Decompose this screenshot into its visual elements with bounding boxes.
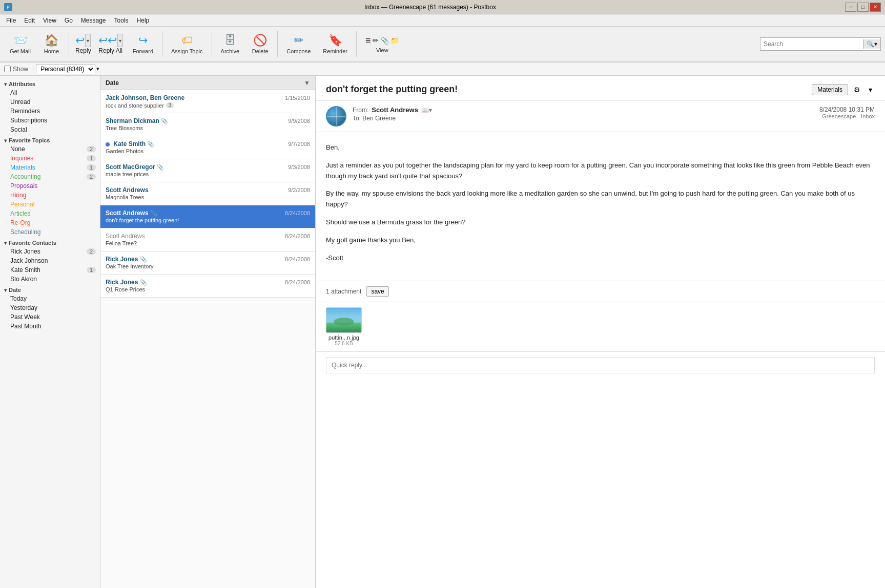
sidebar-item-inquiries[interactable]: Inquiries 1	[0, 154, 100, 163]
msg-date: 1/15/2010	[285, 95, 310, 101]
topic-proposals-label: Proposals	[10, 182, 37, 190]
sidebar-item-all[interactable]: All	[0, 88, 100, 97]
delete-button[interactable]: 🚫 Delete	[246, 31, 274, 57]
reply-button[interactable]: ↩ ▾ Reply	[72, 32, 94, 56]
msg-date: 9/9/2008	[288, 118, 310, 124]
menu-message[interactable]: Message	[77, 16, 110, 25]
settings-button[interactable]: ⚙	[851, 84, 863, 95]
msg-sender: Scott Andrews 📎	[106, 209, 157, 217]
folder-dropdown-arrow[interactable]: ▾	[96, 66, 99, 72]
sidebar-item-articles[interactable]: Articles	[0, 209, 100, 218]
view-clip-icon: 📎	[380, 36, 389, 45]
message-item[interactable]: Scott Andrews 9/2/2008 Magnolia Trees	[100, 182, 315, 205]
reply-all-button[interactable]: ↩↩ ▾ Reply All	[95, 32, 126, 56]
folder-selector[interactable]: Personal (8348)	[36, 64, 95, 74]
get-mail-button[interactable]: 📨 Get Mail	[4, 31, 36, 57]
close-button[interactable]: ✕	[870, 3, 881, 12]
message-list-header[interactable]: Date ▼	[100, 76, 315, 90]
sidebar-item-past-week[interactable]: Past Week	[0, 312, 100, 322]
sidebar-item-reorg[interactable]: Re-Org	[0, 218, 100, 227]
menu-tools[interactable]: Tools	[110, 16, 133, 25]
sidebar-item-sto-akron[interactable]: Sto Akron	[0, 275, 100, 284]
contact-rick-count: 2	[87, 248, 96, 255]
message-item[interactable]: Scott Andrews 8/24/2008 Feijoa Tree?	[100, 228, 315, 251]
assign-topic-button[interactable]: 🏷 Assign Topic	[166, 31, 209, 57]
attachment-icon: 📎	[147, 141, 154, 147]
message-item-selected[interactable]: Scott Andrews 📎 8/24/2008 don't forget t…	[100, 205, 315, 228]
toolbar-sep-5	[356, 31, 357, 57]
reply-dropdown-arrow[interactable]: ▾	[85, 34, 91, 47]
sidebar: Attributes All Unread Reminders Subscrip…	[0, 76, 100, 588]
sidebar-item-jack-johnson[interactable]: Jack Johnson	[0, 256, 100, 265]
search-button[interactable]: 🔍▾	[863, 39, 880, 49]
reply-all-label: Reply All	[98, 47, 122, 54]
sidebar-item-reminders[interactable]: Reminders	[0, 107, 100, 116]
titlebar: P Inbox — Greenescape (61 messages) - Po…	[0, 0, 885, 14]
quick-reply-input[interactable]	[326, 357, 875, 373]
compose-button[interactable]: ✏ Compose	[281, 31, 316, 57]
message-item[interactable]: Scott MacGregor 📎 9/3/2008 maple tree pr…	[100, 159, 315, 182]
maximize-button[interactable]: □	[857, 3, 869, 12]
get-mail-icon: 📨	[13, 34, 27, 47]
to-line: To: Ben Greene	[353, 115, 813, 122]
sidebar-item-past-month[interactable]: Past Month	[0, 322, 100, 331]
msg-sender: Scott Andrews	[106, 186, 149, 194]
search-input[interactable]	[760, 39, 863, 49]
sidebar-item-accounting[interactable]: Accounting 2	[0, 172, 100, 181]
materials-tag-button[interactable]: Materials	[812, 84, 848, 95]
show-checkbox[interactable]	[4, 66, 11, 72]
minimize-button[interactable]: ─	[845, 3, 856, 12]
save-attachment-button[interactable]: save	[366, 286, 388, 297]
attributes-header[interactable]: Attributes	[0, 78, 100, 88]
sidebar-item-none[interactable]: None 2	[0, 144, 100, 154]
message-item[interactable]: Kate Smith 📎 9/7/2008 Garden Photos	[100, 136, 315, 159]
menu-edit[interactable]: Edit	[20, 16, 39, 25]
date-header[interactable]: Date	[0, 284, 100, 294]
msg-count: 3	[166, 102, 174, 108]
favorite-topics-header[interactable]: Favorite Topics	[0, 134, 100, 144]
address-book-icon[interactable]: 📖▾	[421, 107, 432, 114]
menu-view[interactable]: View	[39, 16, 60, 25]
sidebar-item-kate-smith[interactable]: Kate Smith 1	[0, 265, 100, 275]
sidebar-item-unread[interactable]: Unread	[0, 97, 100, 107]
sidebar-item-scheduling[interactable]: Scheduling	[0, 227, 100, 237]
archive-button[interactable]: 🗄 Archive	[215, 31, 245, 57]
reply-all-dropdown-arrow[interactable]: ▾	[117, 34, 123, 47]
contact-kate-count: 1	[87, 267, 96, 273]
search-box[interactable]: 🔍▾	[760, 37, 881, 51]
msg-sender: Scott Andrews	[106, 233, 145, 240]
msg-subject: rock and stone supplier	[106, 102, 164, 109]
message-item[interactable]: Rick Jones 📎 8/24/2008 Q1 Rose Prices	[100, 275, 315, 298]
attachment-item[interactable]: puttin...n.jpg 52.6 KB	[326, 307, 362, 346]
topic-hiring-label: Hiring	[10, 192, 26, 199]
message-item[interactable]: Rick Jones 📎 8/24/2008 Oak Tree Inventor…	[100, 251, 315, 275]
home-button[interactable]: 🏠 Home	[37, 31, 66, 57]
menu-go[interactable]: Go	[60, 16, 77, 25]
topic-materials-label: Materials	[10, 164, 35, 171]
window-controls: ─ □ ✕	[845, 3, 881, 12]
quick-reply-area[interactable]	[316, 351, 885, 379]
sidebar-item-yesterday[interactable]: Yesterday	[0, 303, 100, 312]
menu-help[interactable]: Help	[133, 16, 154, 25]
attachment-count: 1 attachment	[326, 288, 361, 295]
sidebar-item-proposals[interactable]: Proposals	[0, 181, 100, 191]
sidebar-item-personal[interactable]: Personal	[0, 200, 100, 209]
more-button[interactable]: ▾	[866, 84, 875, 95]
favorite-contacts-header[interactable]: Favorite Contacts	[0, 237, 100, 247]
view-button[interactable]: ≡ ✏ 📎 📁 View	[360, 33, 405, 56]
sidebar-item-hiring[interactable]: Hiring	[0, 191, 100, 200]
message-item[interactable]: Sherman Dickman 📎 9/9/2008 Tree Blossoms	[100, 113, 315, 136]
menu-file[interactable]: File	[2, 16, 20, 25]
sidebar-item-social[interactable]: Social	[0, 125, 100, 134]
forward-button[interactable]: ↪ Forward	[127, 31, 159, 57]
email-view: don't forget the putting green! Material…	[316, 76, 885, 588]
sidebar-item-rick-jones[interactable]: Rick Jones 2	[0, 247, 100, 256]
reminder-button[interactable]: 🔖 Reminder	[317, 31, 353, 57]
email-header: don't forget the putting green! Material…	[316, 76, 885, 101]
sidebar-item-subscriptions[interactable]: Subscriptions	[0, 116, 100, 125]
sort-icon[interactable]: ▼	[304, 79, 310, 87]
topic-reorg-label: Re-Org	[10, 219, 30, 226]
message-item[interactable]: Jack Johnson, Ben Greene 1/15/2010 rock …	[100, 90, 315, 113]
sidebar-item-materials[interactable]: Materials 1	[0, 163, 100, 172]
sidebar-item-today[interactable]: Today	[0, 294, 100, 303]
